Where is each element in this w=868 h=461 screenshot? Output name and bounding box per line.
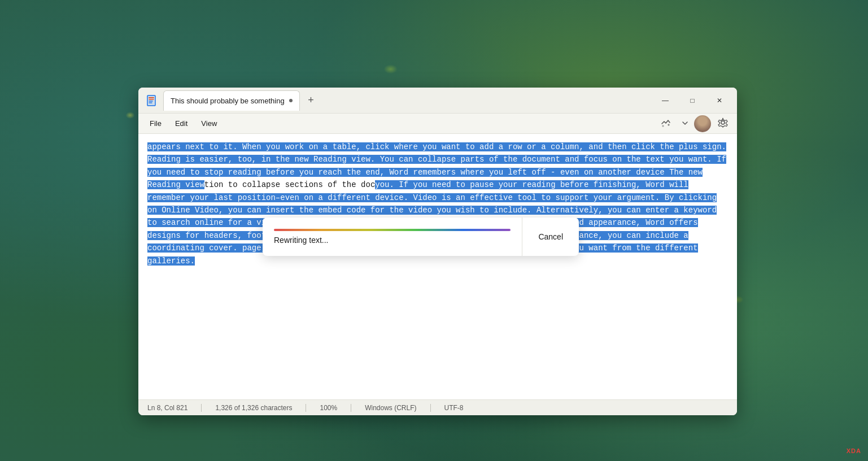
close-button[interactable]: ✕ <box>706 92 732 110</box>
popup-content: Rewriting text... <box>263 229 522 245</box>
xda-watermark: XDA <box>847 447 861 454</box>
desktop: XDA This should <box>0 0 868 461</box>
status-divider-2 <box>306 404 306 412</box>
encoding: UTF-8 <box>444 404 464 412</box>
progress-bar <box>274 229 511 231</box>
app-icon <box>143 92 161 110</box>
ai-rewrite-button[interactable] <box>656 116 676 132</box>
character-count: 1,326 of 1,326 characters <box>215 404 292 412</box>
text-content[interactable]: appears next to it. When you work on a t… <box>138 134 737 399</box>
user-avatar[interactable] <box>694 115 711 132</box>
status-divider-1 <box>201 404 202 412</box>
rewriting-label: Rewriting text... <box>274 236 511 245</box>
minimize-button[interactable]: — <box>652 92 678 110</box>
tab-label: This should probably be something <box>171 97 285 105</box>
titlebar: This should probably be something + — □ … <box>138 88 737 114</box>
text-editor-area[interactable]: appears next to it. When you work on a t… <box>138 134 737 399</box>
settings-button[interactable] <box>713 115 732 132</box>
cursor-position: Ln 8, Col 821 <box>147 404 187 412</box>
zoom-level: 100% <box>320 404 337 412</box>
unsaved-indicator <box>289 99 293 102</box>
active-tab[interactable]: This should probably be something <box>163 90 300 111</box>
ai-chevron-button[interactable] <box>678 116 692 131</box>
cancel-button[interactable]: Cancel <box>522 218 579 256</box>
svg-rect-0 <box>147 95 155 106</box>
gear-icon <box>718 118 728 128</box>
new-tab-button[interactable]: + <box>302 92 320 110</box>
line-ending: Windows (CRLF) <box>365 404 416 412</box>
statusbar: Ln 8, Col 821 1,326 of 1,326 characters … <box>138 399 737 415</box>
menu-edit[interactable]: Edit <box>168 117 194 130</box>
maximize-button[interactable]: □ <box>679 92 705 110</box>
window-controls: — □ ✕ <box>652 92 732 110</box>
ai-icon <box>660 118 671 129</box>
avatar-image <box>694 115 711 132</box>
xda-logo: XDA <box>847 447 861 454</box>
status-divider-4 <box>430 404 431 412</box>
menubar-right <box>656 115 732 132</box>
menu-file[interactable]: File <box>143 117 168 130</box>
titlebar-left: This should probably be something + <box>143 90 652 111</box>
notepad-window: This should probably be something + — □ … <box>138 88 737 415</box>
menu-view[interactable]: View <box>194 117 224 130</box>
status-divider-3 <box>351 404 351 412</box>
menubar: File Edit View <box>138 114 737 134</box>
svg-point-6 <box>721 121 725 124</box>
chevron-down-icon <box>682 120 688 127</box>
unselected-text: tion to collapse sections of the doc <box>204 180 375 189</box>
rewriting-popup: Rewriting text... Cancel <box>263 218 579 256</box>
